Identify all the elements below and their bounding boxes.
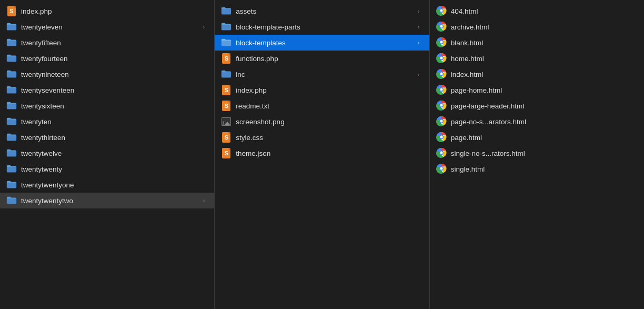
file-name-inc: inc xyxy=(236,71,414,78)
file-name-page-large-header-html: page-large-header.html xyxy=(451,102,638,110)
file-item-page-home-html[interactable]: page-home.html xyxy=(430,82,644,98)
file-item-functions-php[interactable]: S functions.php xyxy=(215,51,429,66)
svg-point-11 xyxy=(440,56,442,59)
sublime-icon: S xyxy=(7,6,16,16)
folder-icon xyxy=(6,132,17,143)
chrome-icon xyxy=(436,5,447,17)
file-name-twentyten: twentyten xyxy=(21,118,208,126)
folder-icon xyxy=(6,69,17,80)
sublime-icon: S xyxy=(222,101,230,111)
file-item-block-templates[interactable]: block-templates› xyxy=(215,35,429,51)
chrome-icon xyxy=(436,84,447,96)
file-name-block-templates: block-templates xyxy=(236,39,414,47)
file-item-index-php-1[interactable]: S index.php xyxy=(0,3,214,19)
chrome-icon xyxy=(436,116,447,128)
file-item-theme-json[interactable]: S theme.json xyxy=(215,145,429,161)
file-name-twentyeleven: twentyeleven xyxy=(21,23,199,31)
svg-point-20 xyxy=(440,104,442,106)
file-item-single-no-srators-html[interactable]: single-no-s...rators.html xyxy=(430,145,644,161)
image-icon xyxy=(222,117,231,126)
folder-icon xyxy=(6,148,17,159)
svg-point-29 xyxy=(440,151,442,154)
file-item-readme-txt[interactable]: S readme.txt xyxy=(215,98,429,114)
file-name-index-html: index.html xyxy=(451,71,638,78)
file-item-twentytwentytwo[interactable]: twentytwentytwo› xyxy=(0,193,214,208)
file-item-page-html[interactable]: page.html xyxy=(430,129,644,145)
file-item-style-css[interactable]: S style.css xyxy=(215,129,429,145)
chrome-icon xyxy=(436,53,447,65)
file-name-twentythirteen: twentythirteen xyxy=(21,134,208,142)
chevron-right-icon: › xyxy=(199,23,208,31)
svg-point-23 xyxy=(440,119,442,122)
file-item-archive-html[interactable]: archive.html xyxy=(430,19,644,35)
svg-point-32 xyxy=(440,167,442,170)
file-item-inc[interactable]: inc› xyxy=(215,66,429,82)
file-item-assets[interactable]: assets› xyxy=(215,3,429,19)
file-item-page-no-sarators-html[interactable]: page-no-s...arators.html xyxy=(430,114,644,129)
file-item-twentynineteen[interactable]: twentynineteen xyxy=(0,66,214,82)
file-name-page-html: page.html xyxy=(451,134,638,142)
svg-point-5 xyxy=(440,25,442,27)
file-item-single-html[interactable]: single.html xyxy=(430,161,644,177)
chrome-icon xyxy=(436,147,447,160)
file-item-block-template-parts[interactable]: block-template-parts› xyxy=(215,19,429,35)
file-item-404-html[interactable]: 404.html xyxy=(430,3,644,19)
file-item-twentythirteen[interactable]: twentythirteen xyxy=(0,129,214,145)
file-item-twentyseventeen[interactable]: twentyseventeen xyxy=(0,82,214,98)
folder-icon xyxy=(6,116,17,127)
column-3: 404.html archive.html blank.html home.ht… xyxy=(430,0,644,309)
file-name-style-css: style.css xyxy=(236,134,422,142)
file-name-archive-html: archive.html xyxy=(451,23,638,31)
chevron-right-icon: › xyxy=(415,38,423,47)
file-name-twentyfourteen: twentyfourteen xyxy=(21,55,208,63)
sublime-icon: S xyxy=(222,132,230,143)
file-item-twentyfourteen[interactable]: twentyfourteen xyxy=(0,51,214,66)
file-item-index-html[interactable]: index.html xyxy=(430,66,644,82)
file-item-page-large-header-html[interactable]: page-large-header.html xyxy=(430,98,644,114)
file-item-twentyeleven[interactable]: twentyeleven› xyxy=(0,19,214,35)
file-item-twentytwentyone[interactable]: twentytwentyone xyxy=(0,177,214,193)
file-name-assets: assets xyxy=(236,7,414,15)
chrome-icon xyxy=(436,163,447,175)
file-item-screenshot-png[interactable]: screenshot.png xyxy=(215,114,429,129)
chrome-icon xyxy=(436,100,447,112)
file-item-twentysixteen[interactable]: twentysixteen xyxy=(0,98,214,114)
folder-icon xyxy=(221,22,232,33)
file-name-readme-txt: readme.txt xyxy=(236,102,422,110)
sublime-icon: S xyxy=(222,53,230,64)
file-name-theme-json: theme.json xyxy=(236,149,422,157)
sublime-icon: S xyxy=(222,148,230,158)
file-name-twentytwelve: twentytwelve xyxy=(21,149,208,157)
svg-point-8 xyxy=(440,41,442,43)
chevron-right-icon: › xyxy=(415,7,423,15)
file-item-blank-html[interactable]: blank.html xyxy=(430,35,644,51)
folder-icon xyxy=(6,37,17,48)
file-name-page-home-html: page-home.html xyxy=(451,86,638,94)
file-name-index-php-2: index.php xyxy=(236,86,422,94)
file-item-index-php-2[interactable]: S index.php xyxy=(215,82,429,98)
folder-icon xyxy=(221,69,232,80)
file-name-twentytwentyone: twentytwentyone xyxy=(21,181,208,189)
file-item-twentytwenty[interactable]: twentytwenty xyxy=(0,161,214,177)
file-name-twentytwentytwo: twentytwentytwo xyxy=(21,197,199,205)
chevron-right-icon: › xyxy=(199,196,208,205)
folder-icon xyxy=(6,180,17,191)
file-name-page-no-sarators-html: page-no-s...arators.html xyxy=(451,118,638,126)
file-item-home-html[interactable]: home.html xyxy=(430,51,644,66)
chrome-icon xyxy=(436,21,447,33)
file-name-screenshot-png: screenshot.png xyxy=(236,118,422,126)
file-item-twentyten[interactable]: twentyten xyxy=(0,114,214,129)
chevron-right-icon: › xyxy=(415,23,423,31)
file-name-functions-php: functions.php xyxy=(236,55,422,63)
folder-icon xyxy=(6,22,17,33)
file-name-home-html: home.html xyxy=(451,55,638,63)
column-2: assets› block-template-parts› block-temp… xyxy=(215,0,429,309)
file-item-twentyfifteen[interactable]: twentyfifteen xyxy=(0,35,214,51)
file-name-index-php-1: index.php xyxy=(21,7,208,15)
file-name-single-no-srators-html: single-no-s...rators.html xyxy=(451,149,638,157)
svg-point-26 xyxy=(440,135,442,138)
folder-icon xyxy=(221,6,232,17)
file-name-single-html: single.html xyxy=(451,165,638,173)
file-item-twentytwelve[interactable]: twentytwelve xyxy=(0,145,214,161)
file-name-twentysixteen: twentysixteen xyxy=(21,102,208,110)
